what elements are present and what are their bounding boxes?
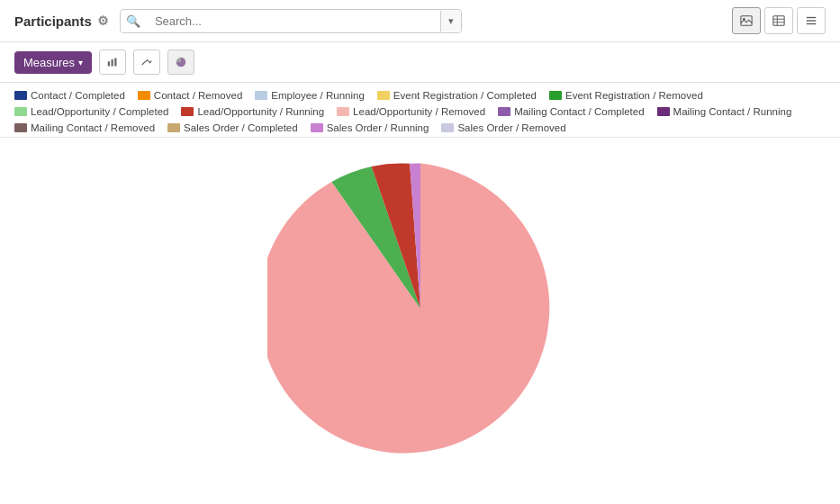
legend-label: Event Registration / Removed: [565, 90, 703, 101]
legend-item: Mailing Contact / Removed: [14, 122, 155, 133]
legend-color-swatch: [377, 91, 390, 100]
legend-color-swatch: [181, 107, 194, 116]
svg-rect-0: [741, 16, 752, 26]
svg-rect-2: [773, 16, 784, 26]
legend-label: Lead/Opportunity / Running: [197, 106, 324, 117]
search-input[interactable]: [146, 10, 440, 32]
legend-item: Sales Order / Running: [311, 122, 429, 133]
legend-color-swatch: [337, 107, 349, 116]
legend-item: Sales Order / Removed: [441, 122, 565, 133]
view-toggle-group: [732, 7, 826, 34]
legend-color-swatch: [311, 123, 323, 132]
legend-item: Employee / Running: [255, 90, 365, 101]
legend-color-swatch: [657, 107, 670, 116]
list-icon: [805, 14, 817, 27]
image-icon: [740, 14, 753, 27]
pie-chart-icon: [176, 55, 186, 69]
gear-icon[interactable]: ⚙: [97, 14, 109, 28]
legend-label: Lead/Opportunity / Completed: [31, 106, 168, 117]
top-bar: Participants ⚙ 🔍 ▾: [0, 0, 840, 42]
bar-chart-icon: [107, 56, 118, 68]
measures-button[interactable]: Measures ▾: [14, 51, 92, 74]
legend-item: Sales Order / Completed: [167, 122, 298, 133]
legend-color-swatch: [14, 107, 27, 116]
search-dropdown-button[interactable]: ▾: [440, 11, 461, 32]
measures-label: Measures: [23, 56, 75, 69]
legend-color-swatch: [167, 123, 180, 132]
bar-chart-button[interactable]: [99, 50, 126, 75]
chart-area: [0, 138, 840, 480]
search-icon: 🔍: [121, 10, 146, 32]
legend-label: Mailing Contact / Running: [673, 106, 792, 117]
toolbar: Measures ▾: [0, 42, 840, 83]
legend-color-swatch: [549, 91, 562, 100]
legend-item: Contact / Removed: [138, 90, 242, 101]
legend-item: Lead/Opportunity / Removed: [337, 106, 485, 117]
page-title-text: Participants: [14, 14, 92, 29]
pie-chart-svg: [267, 156, 574, 462]
search-bar: 🔍 ▾: [120, 9, 462, 33]
legend-label: Sales Order / Removed: [457, 122, 565, 133]
legend-item: Event Registration / Removed: [549, 90, 703, 101]
legend-label: Employee / Running: [271, 90, 365, 101]
legend-label: Event Registration / Completed: [393, 90, 537, 101]
view-image-button[interactable]: [732, 7, 761, 34]
legend-label: Sales Order / Running: [327, 122, 429, 133]
pie-chart: [267, 156, 574, 462]
legend-color-swatch: [441, 123, 454, 132]
legend-item: Event Registration / Completed: [377, 90, 537, 101]
legend-label: Contact / Removed: [154, 90, 242, 101]
legend-item: Mailing Contact / Completed: [498, 106, 644, 117]
legend-color-swatch: [14, 123, 27, 132]
legend-item: Contact / Completed: [14, 90, 125, 101]
legend-label: Mailing Contact / Removed: [31, 122, 155, 133]
legend-label: Contact / Completed: [31, 90, 125, 101]
pie-chart-button[interactable]: [167, 50, 194, 75]
legend-item: Mailing Contact / Running: [657, 106, 792, 117]
legend-color-swatch: [14, 91, 27, 100]
svg-rect-9: [108, 61, 110, 66]
legend-label: Mailing Contact / Completed: [514, 106, 644, 117]
legend-color-swatch: [498, 107, 510, 116]
svg-rect-10: [112, 59, 113, 67]
legend-label: Lead/Opportunity / Removed: [353, 106, 485, 117]
view-table-button[interactable]: [764, 7, 793, 34]
legend-color-swatch: [138, 91, 150, 100]
table-icon: [772, 14, 785, 27]
measures-arrow: ▾: [78, 58, 83, 68]
legend-item: Lead/Opportunity / Completed: [14, 106, 168, 117]
line-chart-button[interactable]: [133, 50, 160, 75]
view-list-button[interactable]: [797, 7, 826, 34]
legend-item: Lead/Opportunity / Running: [181, 106, 324, 117]
svg-rect-11: [114, 58, 116, 67]
legend-area: Contact / CompletedContact / RemovedEmpl…: [0, 83, 840, 138]
legend-color-swatch: [255, 91, 267, 100]
page-title: Participants ⚙: [14, 14, 109, 29]
line-chart-icon: [141, 56, 152, 68]
legend-label: Sales Order / Completed: [184, 122, 298, 133]
